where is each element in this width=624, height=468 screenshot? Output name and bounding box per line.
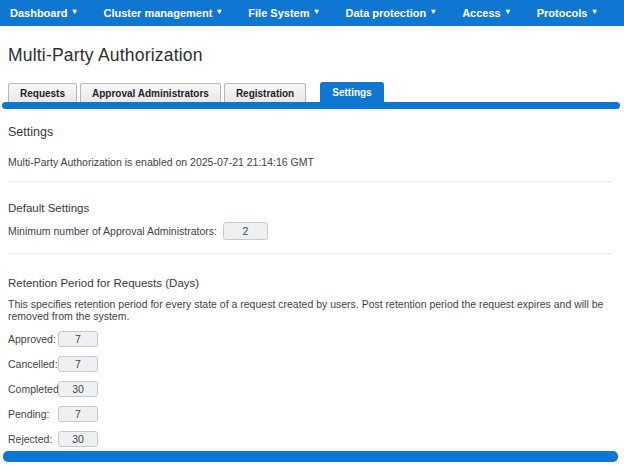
- mpa-status-text: Multi-Party Authorization is enabled on …: [8, 156, 616, 168]
- min-approval-admins-label: Minimum number of Approval Administrator…: [8, 225, 217, 237]
- nav-item-label: Dashboard: [10, 7, 67, 19]
- rejected-retention-input[interactable]: [58, 431, 98, 447]
- pending-retention-input[interactable]: [58, 406, 98, 422]
- chevron-down-icon: ▾: [217, 8, 221, 16]
- completed-retention-label: Completed:: [8, 383, 58, 395]
- settings-heading: Settings: [8, 125, 616, 139]
- cancelled-retention-input[interactable]: [58, 356, 98, 372]
- chevron-down-icon: ▾: [72, 8, 76, 16]
- chevron-down-icon: ▾: [314, 8, 318, 16]
- tab-requests[interactable]: Requests: [8, 83, 77, 102]
- settings-panel: Settings Multi-Party Authorization is en…: [0, 125, 624, 447]
- tab-settings[interactable]: Settings: [320, 82, 383, 102]
- divider: [8, 253, 612, 254]
- nav-item-label: Protocols: [537, 7, 588, 19]
- tab-registration[interactable]: Registration: [224, 83, 306, 102]
- completed-retention-input[interactable]: [58, 381, 98, 397]
- chevron-down-icon: ▾: [506, 8, 510, 16]
- retention-period-description: This specifies retention period for ever…: [8, 298, 616, 322]
- footer-bar: [3, 451, 618, 462]
- app-window: Dashboard ▾ Cluster management ▾ File Sy…: [0, 0, 624, 468]
- approved-retention-label: Approved:: [8, 333, 58, 345]
- nav-item-dashboard[interactable]: Dashboard ▾: [10, 7, 76, 19]
- nav-item-label: Access: [462, 7, 501, 19]
- retention-field-row: Pending:: [8, 406, 616, 422]
- min-approval-admins-row: Minimum number of Approval Administrator…: [8, 222, 616, 240]
- page-title: Multi-Party Authorization: [8, 45, 616, 66]
- retention-period-heading: Retention Period for Requests (Days): [8, 277, 616, 289]
- nav-item-label: Data protection: [345, 7, 426, 19]
- nav-item-label: Cluster management: [103, 7, 212, 19]
- nav-item-cluster-management[interactable]: Cluster management ▾: [103, 7, 221, 19]
- retention-field-row: Rejected:: [8, 431, 616, 447]
- retention-field-row: Approved:: [8, 331, 616, 347]
- min-approval-admins-input[interactable]: [223, 222, 268, 240]
- chevron-down-icon: ▾: [431, 8, 435, 16]
- pending-retention-label: Pending:: [8, 408, 58, 420]
- tab-strip: Requests Approval Administrators Registr…: [0, 82, 624, 102]
- default-settings-heading: Default Settings: [8, 202, 616, 214]
- retention-field-row: Completed:: [8, 381, 616, 397]
- nav-item-access[interactable]: Access ▾: [462, 7, 510, 19]
- retention-field-row: Cancelled:: [8, 356, 616, 372]
- rejected-retention-label: Rejected:: [8, 433, 58, 445]
- top-nav: Dashboard ▾ Cluster management ▾ File Sy…: [0, 0, 624, 26]
- chevron-down-icon: ▾: [592, 8, 596, 16]
- cancelled-retention-label: Cancelled:: [8, 358, 58, 370]
- tab-approval-administrators[interactable]: Approval Administrators: [80, 83, 221, 102]
- nav-item-label: File System: [248, 7, 309, 19]
- nav-item-protocols[interactable]: Protocols ▾: [537, 7, 597, 19]
- approved-retention-input[interactable]: [58, 331, 98, 347]
- active-tab-indicator-bar: [2, 102, 620, 109]
- divider: [8, 181, 612, 182]
- nav-item-file-system[interactable]: File System ▾: [248, 7, 318, 19]
- nav-item-data-protection[interactable]: Data protection ▾: [345, 7, 435, 19]
